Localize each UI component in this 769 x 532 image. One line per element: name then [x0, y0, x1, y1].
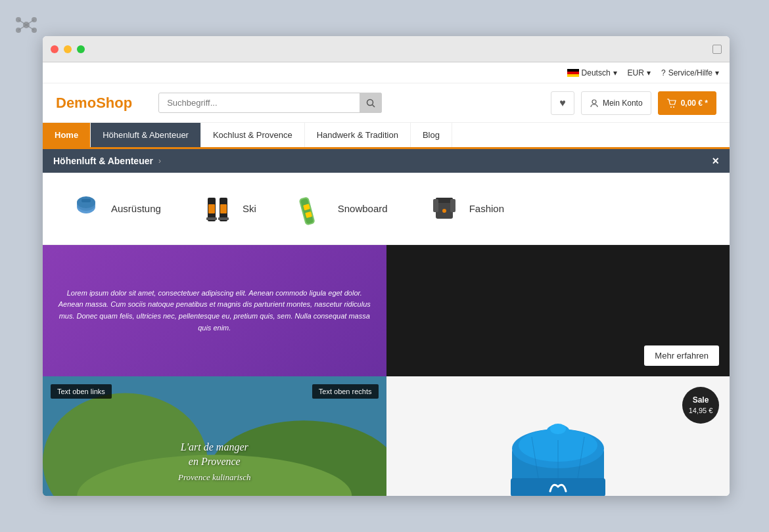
- search-bar: [158, 93, 382, 113]
- close-button[interactable]: [51, 45, 58, 53]
- snowboard-label: Snowboard: [338, 203, 388, 214]
- language-chevron-icon: ▾: [613, 68, 617, 78]
- wishlist-button[interactable]: ♥: [551, 91, 574, 115]
- sale-badge: Sale 14,95 €: [682, 387, 719, 424]
- service-chevron-icon: ▾: [715, 68, 719, 78]
- search-input[interactable]: [158, 93, 382, 113]
- shop-container: Deutsch ▾ EUR ▾ ? Service/Hilfe ▾ DemoSh…: [43, 62, 730, 496]
- banner-left: Lorem ipsum dolor sit amet, consectetuer…: [43, 245, 386, 376]
- dropdown-arrow-icon: ›: [158, 156, 161, 166]
- top-bar: Deutsch ▾ EUR ▾ ? Service/Hilfe ▾: [43, 62, 730, 83]
- service-label: Service/Hilfe: [668, 68, 712, 78]
- dropdown-content: Ausrüstung Ski: [43, 173, 730, 245]
- nav-kochlust-label: Kochlust & Provence: [213, 130, 292, 140]
- logo-demo-text: Demo: [56, 95, 96, 111]
- window-control: [712, 45, 722, 54]
- svg-rect-20: [208, 204, 215, 213]
- desktop: Deutsch ▾ EUR ▾ ? Service/Hilfe ▾ DemoSh…: [0, 0, 769, 532]
- product-image: [499, 403, 617, 496]
- svg-rect-22: [206, 217, 217, 220]
- dropdown-title: Höhenluft & Abenteuer: [53, 156, 153, 166]
- text-top-left-label: Text oben links: [51, 384, 112, 399]
- svg-point-48: [550, 424, 566, 434]
- ausruestung-label: Ausrüstung: [111, 203, 161, 214]
- svg-point-12: [670, 106, 672, 108]
- text-top-right-label: Text oben rechts: [312, 384, 379, 399]
- svg-line-10: [373, 104, 375, 107]
- nav-item-blog[interactable]: Blog: [411, 123, 452, 147]
- header-actions: ♥ Mein Konto: [551, 91, 716, 115]
- svg-point-32: [442, 209, 446, 213]
- dropdown-item-snowboard[interactable]: Snowboard: [296, 192, 388, 226]
- nav-item-kochlust[interactable]: Kochlust & Provence: [201, 123, 305, 147]
- provence-top-labels: Text oben links Text oben rechts: [43, 376, 386, 407]
- currency-chevron-icon: ▾: [647, 68, 651, 78]
- search-button[interactable]: [360, 93, 382, 113]
- nav-handwerk-label: Handwerk & Tradition: [317, 130, 398, 140]
- svg-point-11: [592, 100, 596, 104]
- currency-selector[interactable]: EUR ▾: [628, 68, 651, 78]
- account-button[interactable]: Mein Konto: [581, 91, 651, 115]
- svg-rect-21: [220, 204, 227, 213]
- fashion-icon: [427, 192, 461, 226]
- browser-window: Deutsch ▾ EUR ▾ ? Service/Hilfe ▾ DemoSh…: [43, 36, 730, 496]
- svg-point-13: [673, 106, 674, 108]
- dropdown-item-ski[interactable]: Ski: [200, 192, 256, 226]
- language-label: Deutsch: [582, 68, 611, 78]
- provence-title: L'art de manger en Provence Provence kul…: [43, 440, 386, 484]
- banner-right: Mehr erfahren: [386, 245, 730, 376]
- currency-label: EUR: [628, 68, 644, 78]
- nav-hoehenluft-label: Höhenluft & Abenteuer: [103, 130, 189, 140]
- account-label: Mein Konto: [603, 99, 643, 108]
- svg-point-9: [367, 99, 373, 105]
- language-selector[interactable]: Deutsch ▾: [567, 68, 617, 78]
- user-icon: [590, 99, 599, 108]
- sale-label: Sale: [693, 395, 709, 406]
- ski-label: Ski: [243, 203, 256, 214]
- provence-banner: Text oben links Text oben rechts L'art d…: [43, 376, 386, 496]
- ski-icon: [200, 192, 235, 226]
- flag-de-icon: [567, 69, 579, 77]
- minimize-button[interactable]: [64, 45, 72, 53]
- cart-icon: [666, 99, 677, 108]
- snowboard-icon: [296, 192, 330, 226]
- svg-rect-30: [433, 199, 438, 212]
- svg-rect-31: [450, 199, 455, 212]
- main-nav: Home Höhenluft & Abenteuer Kochlust & Pr…: [43, 123, 730, 149]
- svg-rect-23: [218, 217, 229, 220]
- fashion-label: Fashion: [469, 203, 504, 214]
- nav-item-handwerk[interactable]: Handwerk & Tradition: [305, 123, 411, 147]
- question-icon: ?: [661, 68, 666, 78]
- browser-chrome: [43, 36, 730, 62]
- product-panel: Sale 14,95 €: [386, 376, 730, 496]
- network-icon: [14, 13, 38, 37]
- cart-button[interactable]: 0,00 € *: [658, 91, 716, 115]
- maximize-button[interactable]: [77, 45, 85, 53]
- svg-rect-17: [82, 199, 91, 202]
- service-link[interactable]: ? Service/Hilfe ▾: [661, 68, 719, 78]
- nav-home-label: Home: [55, 130, 78, 140]
- logo[interactable]: DemoShop: [56, 95, 132, 112]
- mehr-erfahren-button[interactable]: Mehr erfahren: [644, 345, 719, 366]
- nav-item-hoehenluft[interactable]: Höhenluft & Abenteuer: [91, 123, 201, 147]
- dropdown-menu-bar: Höhenluft & Abenteuer › ×: [43, 149, 730, 173]
- cart-value: 0,00 € *: [681, 99, 708, 108]
- provence-overlay: Text oben links Text oben rechts L'art d…: [43, 376, 386, 496]
- nav-blog-label: Blog: [423, 130, 440, 140]
- dropdown-item-fashion[interactable]: Fashion: [427, 192, 504, 226]
- ausruestung-icon: [69, 192, 103, 226]
- banner-left-text: Lorem ipsum dolor sit amet, consectetuer…: [56, 288, 373, 334]
- sale-price: 14,95 €: [689, 406, 713, 415]
- search-icon: [366, 99, 375, 108]
- dropdown-item-ausruestung[interactable]: Ausrüstung: [69, 192, 161, 226]
- dropdown-close-button[interactable]: ×: [712, 154, 719, 168]
- provence-title-line1: L'art de manger: [43, 440, 386, 454]
- provence-title-line2: en Provence: [43, 454, 386, 469]
- heart-icon: ♥: [559, 97, 566, 109]
- provence-subtitle: Provence kulinarisch: [43, 472, 386, 483]
- header: DemoShop ♥: [43, 83, 730, 123]
- nav-item-home[interactable]: Home: [43, 123, 91, 147]
- logo-shop-text: Shop: [96, 95, 132, 111]
